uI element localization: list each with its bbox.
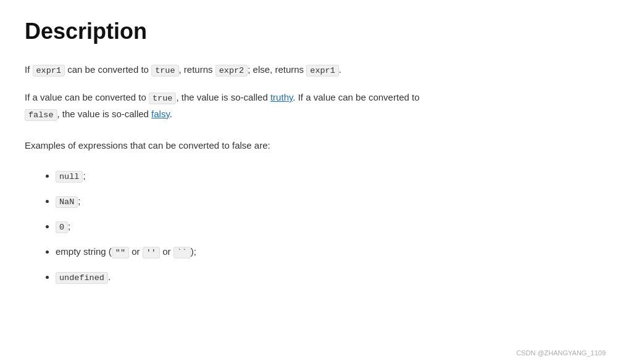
p2-text-end: . <box>170 109 172 119</box>
nan-code: NaN <box>56 196 78 208</box>
item5-suffix: . <box>108 271 111 282</box>
backtick-code: `` <box>173 247 191 259</box>
page-title: Description <box>25 19 593 44</box>
item4-or2: or <box>162 246 170 257</box>
item4-prefix: empty string ( <box>56 246 112 257</box>
p2-text-before: If a value can be converted to <box>25 92 149 102</box>
p2-text-middle2: . If a value can be converted to <box>293 92 419 102</box>
p1-text-middle2: , returns <box>179 64 215 75</box>
paragraph-1: If expr1 can be converted to true, retur… <box>25 62 593 78</box>
item2-suffix: ; <box>78 196 80 206</box>
p2-text-middle3: , the value is so-called <box>57 109 152 119</box>
p1-true-code: true <box>151 65 178 77</box>
list-item-nan: NaN; <box>56 193 593 210</box>
item3-suffix: ; <box>68 221 70 231</box>
p2-false-code: false <box>25 109 57 121</box>
list-item-null: null; <box>56 168 593 184</box>
item4-or1: or <box>132 246 140 257</box>
list-item-undefined: undefined. <box>56 269 593 286</box>
list-item-empty-string: empty string ("" or '' or ``); <box>56 244 593 260</box>
falsy-link[interactable]: falsy <box>151 109 170 119</box>
p2-text-middle: , the value is so-called <box>176 92 270 102</box>
p1-expr1b-code: expr1 <box>306 65 339 77</box>
p1-expr2-code: expr2 <box>215 65 248 77</box>
item1-suffix: ; <box>83 170 85 181</box>
p2-true-code: true <box>149 93 176 104</box>
p1-text-end: . <box>339 64 341 75</box>
item4-suffix: ); <box>191 246 196 257</box>
truthy-link[interactable]: truthy <box>270 92 293 102</box>
p1-text-middle3: ; else, returns <box>248 64 306 75</box>
p1-expr1-code: expr1 <box>33 65 65 77</box>
null-code: null <box>56 171 83 183</box>
single-quote-code: '' <box>143 247 160 259</box>
zero-code: 0 <box>56 221 68 233</box>
p1-text-before: If <box>25 64 33 75</box>
paragraph-3: Examples of expressions that can be conv… <box>25 138 593 154</box>
p1-text-middle: can be converted to <box>65 64 151 75</box>
watermark: CSDN @ZHANGYANG_1109 <box>516 349 606 357</box>
paragraph-2: If a value can be converted to true, the… <box>25 89 593 123</box>
double-quote-code: "" <box>112 247 129 259</box>
list-item-zero: 0; <box>56 218 593 235</box>
falsy-examples-list: null; NaN; 0; empty string ("" or '' or … <box>56 168 593 286</box>
undefined-code: undefined <box>56 272 108 284</box>
